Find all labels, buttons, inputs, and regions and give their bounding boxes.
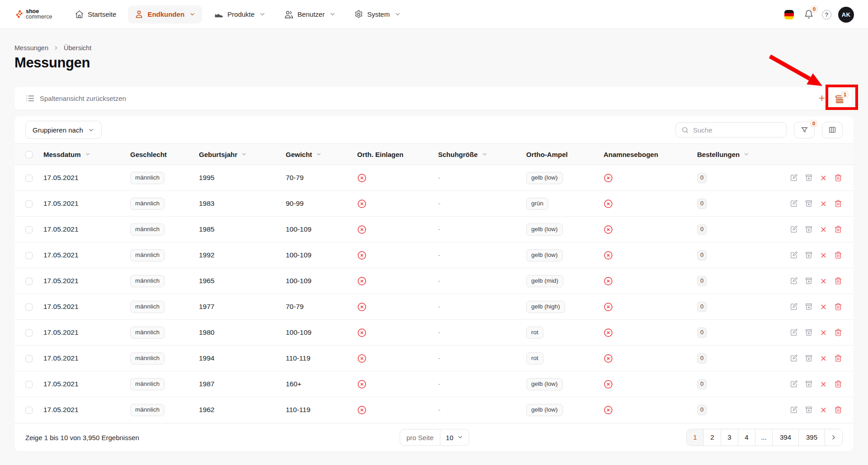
delete-button[interactable] [834, 380, 842, 388]
row-checkbox[interactable] [25, 329, 33, 337]
delete-button[interactable] [834, 277, 842, 285]
page-button-2[interactable]: 2 [704, 429, 721, 446]
row-checkbox[interactable] [25, 381, 33, 388]
page-button-4[interactable]: 4 [738, 429, 755, 446]
language-switcher[interactable] [784, 10, 794, 19]
cell-geschlecht: männlich [130, 371, 199, 397]
column-label: Messdatum [43, 151, 81, 158]
row-checkbox[interactable] [25, 175, 33, 182]
group-by-dropdown[interactable]: Gruppieren nach [25, 121, 102, 139]
row-checkbox[interactable] [25, 252, 33, 259]
app-logo[interactable]: shoe commerce [16, 9, 60, 19]
edit-button[interactable] [790, 354, 798, 362]
nav-item-label: Produkte [227, 10, 255, 18]
home-icon [75, 9, 84, 19]
notifications-button[interactable]: 0 [804, 9, 814, 19]
page-button-3[interactable]: 3 [721, 429, 738, 446]
cell-actions [763, 268, 854, 294]
cancel-button[interactable] [820, 303, 827, 311]
cell-orth-einlagen [357, 346, 438, 371]
column-header-gewicht[interactable]: Gewicht [286, 144, 357, 165]
page-button-395[interactable]: 395 [799, 429, 825, 446]
per-page-select[interactable]: 10 [440, 429, 469, 445]
columns-button[interactable] [822, 122, 843, 138]
breadcrumb-item-messungen[interactable]: Messungen [14, 44, 48, 52]
cell-bestellungen: 0 [697, 165, 763, 191]
row-checkbox[interactable] [25, 304, 33, 311]
search-input[interactable] [693, 126, 783, 134]
avatar[interactable]: AK [838, 7, 854, 23]
cancel-button[interactable] [820, 226, 827, 233]
cancel-button[interactable] [820, 200, 827, 208]
cell-bestellungen: 0 [697, 320, 763, 346]
cell-messdatum: 17.05.2021 [43, 242, 130, 268]
cancel-button[interactable] [820, 329, 827, 337]
column-header-geburtsjahr[interactable]: Geburtsjahr [199, 144, 286, 165]
archive-button[interactable] [805, 354, 813, 362]
archive-button[interactable] [805, 406, 813, 414]
archive-button[interactable] [805, 174, 813, 182]
cancel-button[interactable] [820, 174, 827, 182]
circle-x-icon [604, 354, 697, 363]
edit-button[interactable] [790, 199, 798, 208]
cell-select [14, 242, 43, 268]
row-checkbox[interactable] [25, 226, 33, 233]
row-checkbox[interactable] [25, 200, 33, 208]
nav-item-endkunden[interactable]: Endkunden [128, 5, 202, 24]
archive-button[interactable] [805, 251, 813, 259]
queue-button[interactable]: 1 [831, 88, 853, 109]
search-field[interactable] [675, 122, 787, 138]
cancel-button[interactable] [820, 277, 827, 285]
column-header-inner: Geschlecht [130, 151, 199, 158]
add-button[interactable] [815, 91, 829, 105]
delete-button[interactable] [834, 199, 842, 208]
select-all-checkbox[interactable] [25, 151, 33, 158]
nav-item-startseite[interactable]: Startseite [68, 5, 123, 24]
filter-button[interactable]: 0 [794, 122, 815, 138]
nav-item-system[interactable]: System [348, 5, 407, 24]
archive-button[interactable] [805, 199, 813, 208]
delete-button[interactable] [834, 406, 842, 414]
edit-button[interactable] [790, 328, 798, 337]
delete-button[interactable] [834, 225, 842, 233]
delete-button[interactable] [834, 328, 842, 337]
row-checkbox[interactable] [25, 407, 33, 414]
archive-button[interactable] [805, 380, 813, 388]
next-page-button[interactable] [825, 429, 842, 446]
edit-button[interactable] [790, 251, 798, 259]
nav-item-produkte[interactable]: Produkte [208, 5, 272, 24]
row-checkbox[interactable] [25, 278, 33, 285]
column-header-bestellungen[interactable]: Bestellungen [697, 144, 763, 165]
help-button[interactable]: ? [822, 10, 831, 19]
edit-button[interactable] [790, 174, 798, 182]
archive-button[interactable] [805, 328, 813, 337]
page-button-1[interactable]: 1 [687, 429, 704, 446]
cancel-button[interactable] [820, 406, 827, 414]
edit-button[interactable] [790, 303, 798, 311]
edit-button[interactable] [790, 277, 798, 285]
column-header-schuhgröße[interactable]: Schuhgröße [438, 144, 526, 165]
cancel-button[interactable] [820, 355, 827, 362]
x-icon [820, 174, 827, 182]
archive-button[interactable] [805, 277, 813, 285]
edit-button[interactable] [790, 225, 798, 233]
archive-button[interactable] [805, 225, 813, 233]
reset-columns-button[interactable]: Spaltenansicht zurücksetzen [25, 87, 126, 110]
nav-item-benutzer[interactable]: Benutzer [278, 5, 342, 24]
edit-button[interactable] [790, 380, 798, 388]
delete-button[interactable] [834, 303, 842, 311]
cancel-button[interactable] [820, 380, 827, 388]
delete-button[interactable] [834, 251, 842, 259]
row-checkbox[interactable] [25, 355, 33, 362]
breadcrumb-item-uebersicht[interactable]: Übersicht [64, 44, 91, 52]
cancel-button[interactable] [820, 251, 827, 259]
page-button-394[interactable]: 394 [773, 429, 799, 446]
cell-gewicht: 100-109 [286, 242, 357, 268]
delete-button[interactable] [834, 174, 842, 182]
edit-button[interactable] [790, 406, 798, 414]
delete-button[interactable] [834, 354, 842, 362]
archive-icon [805, 277, 813, 285]
ampel-badge: gelb (low) [526, 378, 563, 390]
archive-button[interactable] [805, 303, 813, 311]
column-header-messdatum[interactable]: Messdatum [43, 144, 130, 165]
